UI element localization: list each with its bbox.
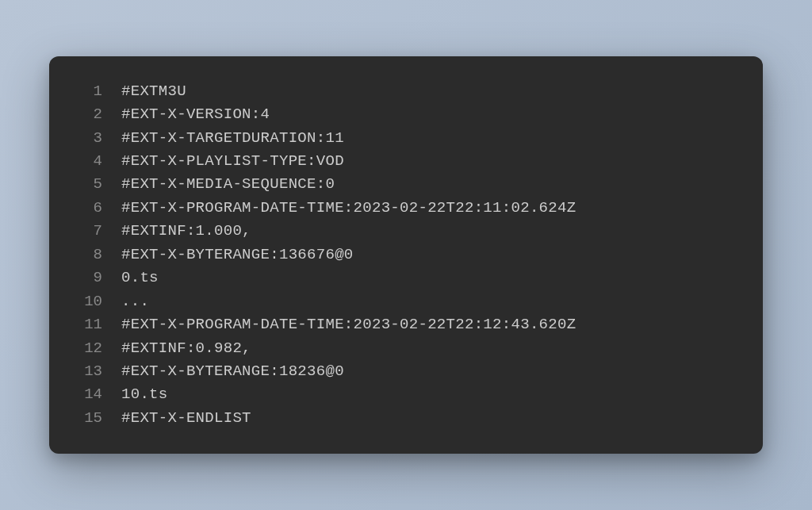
code-line: 4 #EXT-X-PLAYLIST-TYPE:VOD xyxy=(69,150,743,173)
code-line: 10 ... xyxy=(69,290,743,313)
line-number: 13 xyxy=(69,360,102,383)
line-number: 11 xyxy=(69,313,102,336)
line-content: 0.ts xyxy=(121,267,159,290)
code-line: 12 #EXTINF:0.982, xyxy=(69,337,743,360)
line-number: 10 xyxy=(69,290,102,313)
line-content: #EXT-X-BYTERANGE:18236@0 xyxy=(121,360,344,383)
code-line: 7 #EXTINF:1.000, xyxy=(69,220,743,243)
line-content: #EXT-X-PLAYLIST-TYPE:VOD xyxy=(121,150,344,173)
line-number: 1 xyxy=(69,80,102,103)
line-number: 8 xyxy=(69,243,102,267)
line-content: #EXT-X-TARGETDURATION:11 xyxy=(121,127,344,150)
line-content: #EXT-X-PROGRAM-DATE-TIME:2023-02-22T22:1… xyxy=(121,313,576,336)
line-number: 12 xyxy=(69,337,102,360)
line-number: 4 xyxy=(69,150,102,173)
line-content: #EXTINF:1.000, xyxy=(121,220,251,243)
code-line: 11 #EXT-X-PROGRAM-DATE-TIME:2023-02-22T2… xyxy=(69,313,743,336)
code-block: 1 #EXTM3U 2 #EXT-X-VERSION:4 3 #EXT-X-TA… xyxy=(49,56,763,454)
code-line: 8 #EXT-X-BYTERANGE:136676@0 xyxy=(69,243,743,267)
line-number: 15 xyxy=(69,407,102,430)
code-line: 2 #EXT-X-VERSION:4 xyxy=(69,103,743,126)
line-content: #EXT-X-VERSION:4 xyxy=(121,103,270,126)
code-line: 1 #EXTM3U xyxy=(69,80,743,103)
line-content: ... xyxy=(121,290,149,313)
code-line: 13 #EXT-X-BYTERANGE:18236@0 xyxy=(69,360,743,383)
code-line: 14 10.ts xyxy=(69,383,743,406)
line-number: 5 xyxy=(69,173,102,196)
line-number: 3 xyxy=(69,127,102,150)
line-number: 9 xyxy=(69,267,102,290)
code-line: 15 #EXT-X-ENDLIST xyxy=(69,407,743,430)
code-line: 9 0.ts xyxy=(69,267,743,290)
line-content: #EXT-X-BYTERANGE:136676@0 xyxy=(121,243,354,267)
line-content: #EXTM3U xyxy=(121,80,186,103)
code-line: 6 #EXT-X-PROGRAM-DATE-TIME:2023-02-22T22… xyxy=(69,197,743,220)
line-content: #EXTINF:0.982, xyxy=(121,337,251,360)
line-number: 7 xyxy=(69,220,102,243)
line-content: #EXT-X-MEDIA-SEQUENCE:0 xyxy=(121,173,335,196)
line-number: 6 xyxy=(69,197,102,220)
line-content: 10.ts xyxy=(121,383,168,406)
code-line: 3 #EXT-X-TARGETDURATION:11 xyxy=(69,127,743,150)
line-content: #EXT-X-ENDLIST xyxy=(121,407,251,430)
code-line: 5 #EXT-X-MEDIA-SEQUENCE:0 xyxy=(69,173,743,196)
line-number: 2 xyxy=(69,103,102,126)
line-content: #EXT-X-PROGRAM-DATE-TIME:2023-02-22T22:1… xyxy=(121,197,576,220)
line-number: 14 xyxy=(69,383,102,406)
